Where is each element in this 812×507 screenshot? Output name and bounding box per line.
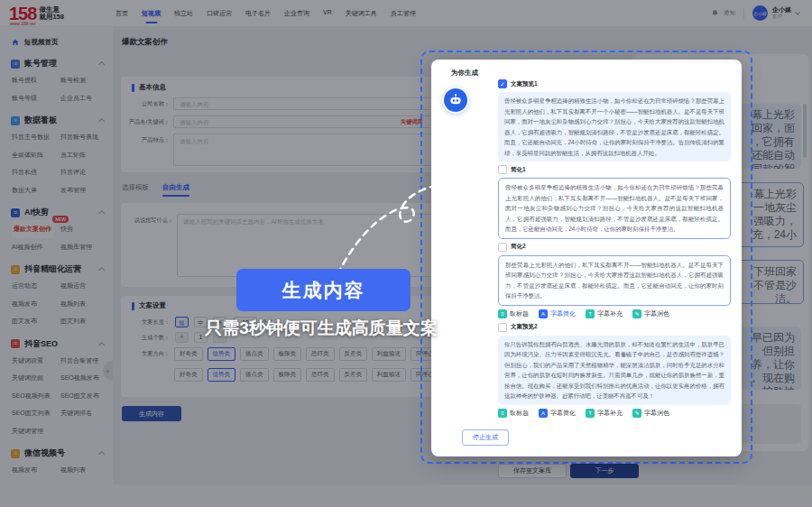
action-label: 字幕简化 [550,409,576,418]
copy-action-row: ≡取标题 A字幕简化 T字幕补充 ✎字幕润色 [498,409,731,418]
copy-preview-1-text[interactable]: 曾经被众多明星争相追捧的精致生活小物，如今你却还在为日常琐碎烦恼？那些荧幕上光彩… [498,92,731,161]
simplified-2-text[interactable]: 那些荧幕上光彩照人的他们，私下其实都离不开——智能扫地机器人。是不是每天下班回家… [498,255,731,306]
copy-action-row: ≡取标题 A字幕简化 T字幕补充 ✎字幕润色 [498,309,731,318]
subtitle-simplify-action[interactable]: A字幕简化 [539,409,576,418]
tutorial-generate-button[interactable]: 生成内容 [236,269,411,311]
ai-robot-avatar-icon [442,87,469,114]
simplified-1-label: 简化1 [511,166,526,174]
dashed-arrow-icon [307,173,451,277]
action-label: 字幕润色 [644,409,669,418]
subtitle-polish-icon: ✎ [632,409,641,418]
action-label: 取标题 [510,409,529,418]
copy-preview-2-label: 文案预览2 [511,323,538,331]
tutorial-caption: 只需3秒钟便可生成高质量文案 [180,317,462,340]
modal-title: 为你生成 [451,69,478,78]
action-label: 字幕补充 [597,309,623,318]
checkbox-checked[interactable] [498,79,507,88]
copy-preview-1-label: 文案预览1 [511,80,538,88]
subtitle-supplement-icon: T [586,309,595,318]
get-title-icon: ≡ [498,309,507,318]
checkbox-unchecked[interactable] [498,323,507,332]
subtitle-polish-action[interactable]: ✎字幕润色 [632,309,669,318]
simplified-2-label: 简化2 [511,243,526,251]
action-label: 字幕润色 [644,309,669,318]
subtitle-simplify-icon: A [539,309,548,318]
action-label: 取标题 [510,309,529,318]
subtitle-supplement-action[interactable]: T字幕补充 [586,309,623,318]
checkbox-unchecked[interactable] [498,165,507,174]
subtitle-polish-icon: ✎ [632,309,641,318]
subtitle-supplement-icon: T [586,409,595,418]
stop-generation-button[interactable]: 停止生成 [462,429,509,446]
subtitle-supplement-action[interactable]: T字幕补充 [586,409,623,418]
subtitle-simplify-icon: A [539,409,548,418]
action-label: 字幕补充 [597,409,623,418]
subtitle-simplify-action[interactable]: A字幕简化 [539,309,576,318]
checkbox-unchecked[interactable] [498,243,507,252]
get-title-icon: ≡ [498,409,507,418]
action-label: 字幕简化 [550,309,576,318]
get-title-action[interactable]: ≡取标题 [498,409,529,418]
app-root: 158 www.158.net 做生意 就用158 首页 短视频 独立站 口碑运… [0,0,812,507]
copy-preview-2-text[interactable]: 你只告诉我你想拥有白皙透亮、水嫩光滑的肌肤，却不知道在繁忙的生活中，肌肤早已因为… [498,336,731,405]
simplified-1-text[interactable]: 曾经被众多明星争相追捧的精致生活小物，如今你却还在为日常琐碎烦恼？那些荧幕上光彩… [498,178,731,239]
get-title-action[interactable]: ≡取标题 [498,309,529,318]
generation-result-modal: 为你生成 文案预览1 曾经被众多明星争相追捧的精致生活小物，如今你却还在为日常琐… [431,60,742,456]
subtitle-polish-action[interactable]: ✎字幕润色 [632,409,669,418]
modal-body: 文案预览1 曾经被众多明星争相追捧的精致生活小物，如今你却还在为日常琐碎烦恼？那… [498,79,731,422]
